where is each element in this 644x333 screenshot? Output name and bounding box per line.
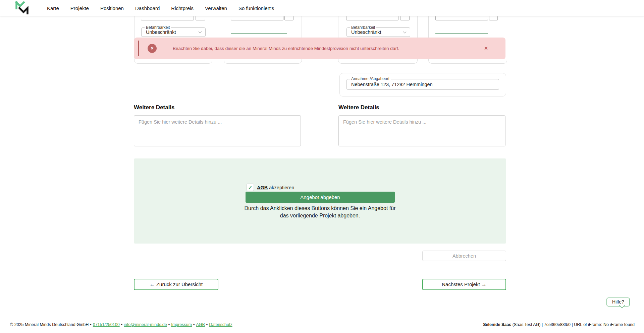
details-heading-left: Weitere Details bbox=[134, 104, 175, 111]
nav-item-link[interactable]: Richtpreis bbox=[171, 5, 194, 11]
nav-item-link[interactable]: Projekte bbox=[70, 5, 89, 11]
page: KarteProjektePositionenDashboardRichtpre… bbox=[0, 0, 644, 333]
footer-info: © 2025 Mineral Minds Deutschland GmbH•07… bbox=[10, 322, 232, 327]
input-underline bbox=[231, 33, 287, 34]
alert-accent-bar bbox=[138, 41, 139, 56]
footer-meta-text: (Saas Test AG) | 7ce360e83fb0 | URL of i… bbox=[511, 322, 635, 327]
agb-link[interactable]: AGB bbox=[257, 185, 268, 190]
details-heading-right: Weitere Details bbox=[338, 104, 379, 111]
details-textarea-left[interactable] bbox=[134, 115, 301, 146]
truncated-input[interactable] bbox=[141, 16, 194, 20]
befahrbarkeit-select[interactable]: Befahrbarkeit Unbeschränkt bbox=[141, 27, 206, 37]
top-nav: KarteProjektePositionenDashboardRichtpre… bbox=[0, 0, 644, 16]
separator: • bbox=[206, 322, 208, 327]
footer-link[interactable]: Datenschutz bbox=[209, 322, 232, 327]
nav-item[interactable]: Karte bbox=[47, 5, 59, 11]
nav-item[interactable]: Dashboard bbox=[135, 5, 160, 11]
mineral-minds-logo-icon[interactable] bbox=[15, 1, 29, 15]
separator: • bbox=[121, 322, 122, 327]
pickup-location-field[interactable]: Annahme-/Abgabeort Nebenstraße 123, 7128… bbox=[346, 79, 499, 90]
nav-item[interactable]: Projekte bbox=[70, 5, 89, 11]
footer-link[interactable]: info@mineral-minds.de bbox=[124, 322, 167, 327]
input-underline bbox=[435, 33, 488, 34]
nav-item-link[interactable]: Verwalten bbox=[205, 5, 227, 11]
befahrbarkeit-value: Unbeschränkt bbox=[351, 28, 381, 37]
truncated-input[interactable] bbox=[435, 16, 488, 20]
alert-close-icon[interactable]: × bbox=[482, 44, 490, 53]
truncated-unit-box[interactable] bbox=[400, 16, 410, 20]
chevron-down-icon bbox=[403, 30, 407, 34]
truncated-unit-box[interactable] bbox=[196, 16, 205, 20]
footer-links: •07151/250100•info@mineral-minds.de•Impr… bbox=[89, 322, 232, 327]
arrow-left-icon: ← bbox=[150, 281, 155, 287]
error-circle-icon: × bbox=[148, 44, 157, 53]
footer-link[interactable]: AGB bbox=[196, 322, 205, 327]
next-button-label: Nächstes Projekt bbox=[442, 281, 480, 287]
nav-item-link[interactable]: So funktioniert's bbox=[238, 5, 274, 11]
chevron-down-icon bbox=[199, 30, 202, 34]
nav-item[interactable]: Richtpreis bbox=[171, 5, 194, 11]
footer-company: Selenide Saas bbox=[483, 322, 511, 327]
alert-message: Beachten Sie dabei, dass dieser die an M… bbox=[173, 38, 399, 59]
nav-item-link[interactable]: Karte bbox=[47, 5, 59, 11]
back-button-label: Zurück zur Übersicht bbox=[156, 281, 203, 287]
truncated-unit-box[interactable] bbox=[284, 16, 293, 20]
offer-panel: ✓ AGB akzeptieren Angebot abgeben Durch … bbox=[134, 158, 506, 244]
pickup-location-value: Nebenstraße 123, 71282 Hemmingen bbox=[351, 79, 433, 89]
agb-checkbox[interactable]: ✓ bbox=[247, 184, 254, 191]
nav-item[interactable]: Positionen bbox=[100, 5, 124, 11]
nav-item-link[interactable]: Positionen bbox=[100, 5, 124, 11]
help-bubble[interactable]: Hilfe? bbox=[606, 297, 630, 307]
next-project-button[interactable]: Nächstes Projekt → bbox=[422, 279, 506, 290]
separator: • bbox=[193, 322, 195, 327]
pickup-card: Annahme-/Abgabeort Nebenstraße 123, 7128… bbox=[339, 73, 506, 96]
footer-link[interactable]: Impressum bbox=[171, 322, 192, 327]
nav-menu: KarteProjektePositionenDashboardRichtpre… bbox=[47, 0, 274, 16]
help-label: Hilfe? bbox=[612, 299, 624, 305]
footer-link[interactable]: 07151/250100 bbox=[93, 322, 120, 327]
error-alert: × Beachten Sie dabei, dass dieser die an… bbox=[134, 38, 505, 59]
submit-offer-button[interactable]: Angebot abgeben bbox=[246, 192, 395, 203]
agb-suffix: akzeptieren bbox=[268, 185, 294, 190]
cancel-button[interactable]: Abbrechen bbox=[422, 251, 506, 261]
offer-note: Durch das Anklicken dieses Buttons könne… bbox=[239, 205, 400, 219]
agb-label: AGB akzeptieren bbox=[257, 185, 294, 190]
nav-item[interactable]: Verwalten bbox=[205, 5, 227, 11]
separator: • bbox=[90, 322, 91, 327]
details-textarea-right[interactable] bbox=[338, 115, 505, 146]
back-to-overview-button[interactable]: ← Zurück zur Übersicht bbox=[134, 279, 218, 290]
nav-item[interactable]: So funktioniert's bbox=[238, 5, 274, 11]
befahrbarkeit-value: Unbeschränkt bbox=[146, 28, 176, 37]
befahrbarkeit-select[interactable]: Befahrbarkeit Unbeschränkt bbox=[346, 27, 410, 37]
truncated-input[interactable] bbox=[231, 16, 283, 20]
truncated-input[interactable] bbox=[346, 16, 398, 20]
separator: • bbox=[168, 322, 170, 327]
nav-item-link[interactable]: Dashboard bbox=[135, 5, 160, 11]
footer-copyright: © 2025 Mineral Minds Deutschland GmbH bbox=[10, 322, 89, 327]
arrow-right-icon: → bbox=[481, 281, 487, 287]
footer-meta: Selenide Saas (Saas Test AG) | 7ce360e83… bbox=[483, 322, 635, 327]
truncated-unit-box[interactable] bbox=[489, 16, 498, 20]
